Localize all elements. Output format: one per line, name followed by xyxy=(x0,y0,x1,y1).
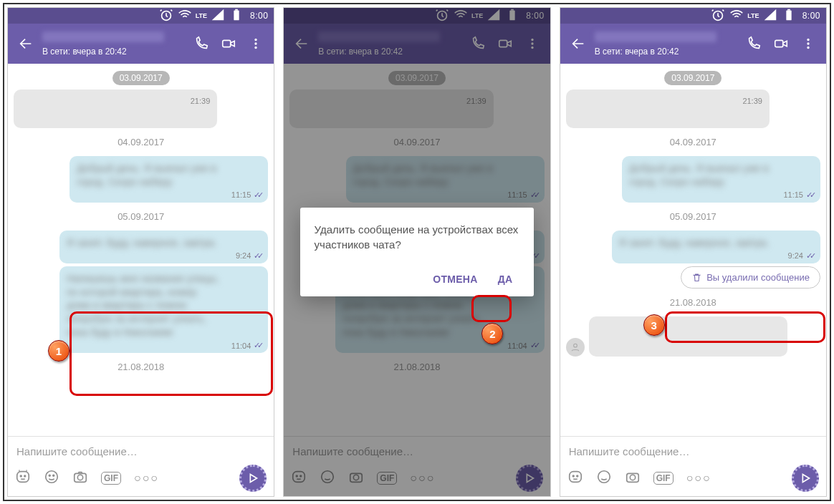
date-separator: 05.09.2017 xyxy=(670,211,716,222)
wifi-icon xyxy=(177,7,193,25)
trash-icon xyxy=(691,272,702,283)
message-bubble[interactable]: Я занят. Буду, наверное, завтра.9:24✓✓ xyxy=(59,231,268,263)
more-options-icon[interactable]: ○○○ xyxy=(134,472,159,485)
svg-marker-15 xyxy=(251,475,257,483)
read-check-icon: ✓✓ xyxy=(254,341,261,350)
video-call-button[interactable] xyxy=(215,30,242,57)
message-bubble[interactable]: 21:39 xyxy=(14,89,217,128)
svg-rect-3 xyxy=(223,40,231,47)
svg-rect-7 xyxy=(17,472,29,483)
svg-point-14 xyxy=(77,475,82,480)
dialog-text: Удалить сообщение на устройствах всех уч… xyxy=(315,222,520,252)
contact-status: В сети: вчера в 20:42 xyxy=(595,47,740,57)
gif-icon[interactable]: GIF xyxy=(653,472,674,485)
svg-marker-44 xyxy=(802,475,809,483)
svg-point-10 xyxy=(46,471,58,483)
date-separator: 05.09.2017 xyxy=(118,211,164,222)
lte-icon: LTE xyxy=(196,12,207,19)
svg-rect-38 xyxy=(569,472,581,483)
delete-dialog: Удалить сообщение на устройствах всех уч… xyxy=(300,208,535,296)
svg-point-8 xyxy=(20,475,21,477)
avatar[interactable] xyxy=(566,338,585,357)
svg-point-11 xyxy=(49,475,50,476)
status-time: 8:00 xyxy=(802,11,820,21)
chat-header: В сети: вчера в 20:42 xyxy=(560,24,826,64)
battery-icon xyxy=(781,7,797,25)
more-options-icon[interactable]: ○○○ xyxy=(686,472,711,485)
svg-point-37 xyxy=(573,344,577,347)
message-input[interactable]: Напишите сообщение… xyxy=(567,442,819,465)
message-bubble-selected[interactable]: Напишешь мне название улицы,по которой к… xyxy=(59,266,268,353)
svg-point-9 xyxy=(24,475,26,477)
read-check-icon: ✓✓ xyxy=(254,251,261,261)
sticker-icon[interactable] xyxy=(15,469,31,488)
svg-point-43 xyxy=(630,475,635,480)
svg-point-36 xyxy=(807,47,809,49)
send-button[interactable] xyxy=(792,465,819,492)
emoji-icon[interactable] xyxy=(596,469,612,488)
chat-body[interactable]: 03.09.2017 21:39 04.09.2017 Добрый день.… xyxy=(560,64,826,436)
cancel-button[interactable]: ОТМЕНА xyxy=(426,268,484,291)
svg-point-34 xyxy=(807,39,809,41)
sticker-icon[interactable] xyxy=(567,469,583,488)
status-time: 8:00 xyxy=(250,11,268,21)
status-bar: LTE 8:00 xyxy=(8,8,274,24)
input-area: Напишите сообщение… GIF ○○○ xyxy=(8,436,274,496)
message-bubble[interactable]: Добрый день. Я выехал уже вгород. Скоро … xyxy=(70,156,268,203)
modal-overlay[interactable]: Удалить сообщение на устройствах всех уч… xyxy=(284,8,550,496)
svg-rect-31 xyxy=(786,10,791,20)
camera-icon[interactable] xyxy=(72,469,88,488)
call-button[interactable] xyxy=(188,30,215,57)
svg-point-4 xyxy=(255,39,257,41)
gif-icon[interactable]: GIF xyxy=(101,472,121,485)
alarm-icon xyxy=(710,7,726,25)
more-button[interactable] xyxy=(242,30,269,57)
svg-point-12 xyxy=(53,475,54,476)
signal-icon xyxy=(762,7,778,25)
date-pill: 03.09.2017 xyxy=(664,71,722,85)
date-separator: 04.09.2017 xyxy=(670,137,716,147)
emoji-icon[interactable] xyxy=(44,469,59,488)
svg-point-39 xyxy=(572,475,574,477)
lte-icon: LTE xyxy=(747,12,759,19)
date-separator: 04.09.2017 xyxy=(118,137,164,147)
svg-rect-32 xyxy=(787,9,790,10)
chat-header: В сети: вчера в 20:42 xyxy=(8,24,274,64)
more-button[interactable] xyxy=(795,30,822,57)
alarm-icon xyxy=(158,7,174,25)
date-pill: 03.09.2017 xyxy=(112,71,170,85)
phone-screen-2: LTE 8:00 В сети: вчера в 20:42 03.09.201… xyxy=(283,7,550,497)
status-bar: LTE 8:00 xyxy=(560,8,826,24)
back-button[interactable] xyxy=(12,30,39,57)
date-separator: 21.08.2018 xyxy=(670,297,716,308)
chat-body[interactable]: 03.09.2017 21:39 04.09.2017 Добрый день.… xyxy=(8,64,274,436)
yes-button[interactable]: ДА xyxy=(491,268,520,291)
date-separator: 21.08.2018 xyxy=(118,362,164,372)
svg-rect-2 xyxy=(235,9,238,10)
read-check-icon: ✓✓ xyxy=(254,190,261,200)
back-button[interactable] xyxy=(565,30,592,57)
phone-screen-1: LTE 8:00 В сети: вчера в 20:42 03.09.201… xyxy=(7,7,274,497)
wifi-icon xyxy=(729,7,744,25)
contact-name[interactable] xyxy=(42,32,188,46)
send-button[interactable] xyxy=(239,465,267,492)
call-button[interactable] xyxy=(740,30,767,57)
svg-rect-33 xyxy=(775,40,783,47)
message-bubble[interactable] xyxy=(589,316,787,357)
camera-icon[interactable] xyxy=(625,469,641,488)
phone-screen-3: LTE 8:00 В сети: вчера в 20:42 03.09.201… xyxy=(560,7,827,497)
message-bubble[interactable]: 21:39 xyxy=(566,89,770,128)
svg-point-40 xyxy=(576,475,577,477)
deleted-message[interactable]: Вы удалили сообщение xyxy=(681,266,820,289)
tutorial-stage: LTE 8:00 В сети: вчера в 20:42 03.09.201… xyxy=(3,3,831,501)
svg-rect-1 xyxy=(234,10,239,20)
battery-icon xyxy=(229,7,244,25)
signal-icon xyxy=(210,7,226,25)
message-bubble[interactable]: Добрый день. Я выехал уже вгород. Скоро … xyxy=(622,156,820,203)
contact-name[interactable] xyxy=(595,32,740,46)
video-call-button[interactable] xyxy=(767,30,795,57)
message-bubble[interactable]: Я занят. Буду, наверное, завтра.9:24✓✓ xyxy=(612,231,820,263)
contact-status: В сети: вчера в 20:42 xyxy=(42,47,188,57)
svg-point-41 xyxy=(598,471,610,483)
message-input[interactable]: Напишите сообщение… xyxy=(15,442,267,465)
